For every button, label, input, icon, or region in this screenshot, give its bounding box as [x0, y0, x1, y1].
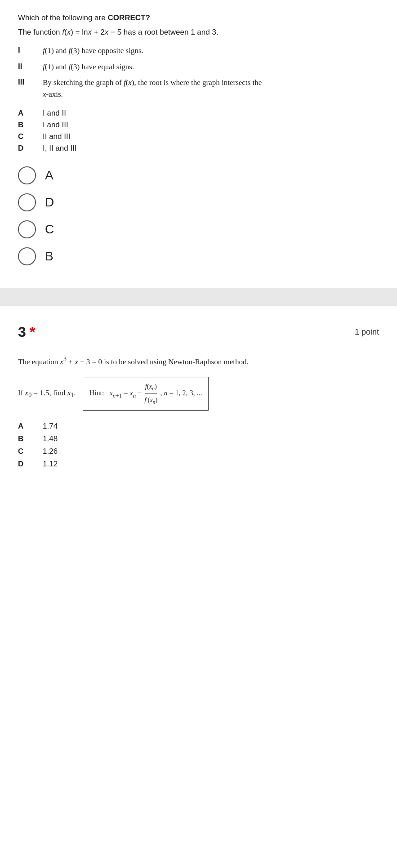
option-letter-D: D	[18, 144, 43, 153]
statements-block: I f(1) and f(3) have opposite signs. II …	[18, 45, 379, 100]
q3-option-value-A: 1.74	[43, 422, 58, 431]
premise-text: The function f(x) = lnx + 2x − 5 has a r…	[18, 28, 379, 37]
option-A: A I and II	[18, 109, 379, 118]
stmt-label-II: II	[18, 61, 43, 71]
q3-option-letter-C: C	[18, 447, 43, 456]
q3-option-B: B 1.48	[18, 434, 379, 443]
radio-A[interactable]	[18, 166, 36, 184]
q3-number: 3 *	[18, 324, 35, 340]
q3-header-row: 3 * 1 point	[18, 324, 379, 340]
answer-row-D[interactable]: D	[18, 193, 379, 211]
option-text-A: I and II	[43, 109, 66, 118]
question-3-block: 3 * 1 point The equation x3 + x − 3 = 0 …	[0, 310, 397, 486]
statement-III: III By sketching the graph of f(x), the …	[18, 77, 379, 100]
answer-row-A[interactable]: A	[18, 166, 379, 184]
options-block: A I and II B I and III C II and III D I,…	[18, 109, 379, 153]
q3-if-text: If x0 = 1.5, find x1.	[18, 389, 76, 399]
q3-options-block: A 1.74 B 1.48 C 1.26 D 1.12	[18, 422, 379, 469]
option-D: D I, II and III	[18, 144, 379, 153]
answer-row-C[interactable]: C	[18, 220, 379, 238]
option-C: C II and III	[18, 132, 379, 141]
answer-label-D: D	[45, 195, 54, 210]
q3-num-text: 3	[18, 324, 26, 340]
option-letter-B: B	[18, 121, 43, 130]
header-text: Which of the following are	[18, 13, 107, 22]
statement-I: I f(1) and f(3) have opposite signs.	[18, 45, 379, 57]
radio-D[interactable]	[18, 193, 36, 211]
option-B: B I and III	[18, 121, 379, 130]
q3-question-text: The equation x3 + x − 3 = 0 is to be sol…	[18, 354, 379, 368]
q3-option-letter-D: D	[18, 460, 43, 469]
stmt-text-I: f(1) and f(3) have opposite signs.	[43, 45, 143, 57]
q3-option-value-C: 1.26	[43, 447, 58, 456]
q3-asterisk: *	[30, 324, 35, 340]
stmt-label-III: III	[18, 77, 43, 87]
option-text-B: I and III	[43, 121, 68, 130]
answer-label-A: A	[45, 168, 54, 183]
question-2-block: Which of the following are CORRECT? The …	[0, 0, 397, 283]
stmt-text-III: By sketching the graph of f(x), the root…	[43, 77, 262, 100]
answer-choices: A D C B	[18, 166, 379, 265]
q3-option-value-D: 1.12	[43, 460, 58, 469]
stmt-label-I: I	[18, 45, 43, 55]
q3-hint-row: If x0 = 1.5, find x1. Hint: xn+1 = xn − …	[18, 377, 379, 411]
hint-box: Hint: xn+1 = xn − f(xn) f′(xn) , n = 1, …	[83, 377, 209, 411]
option-text-C: II and III	[43, 132, 70, 141]
q3-option-letter-B: B	[18, 434, 43, 443]
radio-C[interactable]	[18, 220, 36, 238]
answer-label-B: B	[45, 249, 54, 264]
q3-option-C: C 1.26	[18, 447, 379, 456]
option-text-D: I, II and III	[43, 144, 77, 153]
q3-option-letter-A: A	[18, 422, 43, 431]
stmt-text-II: f(1) and f(3) have equal signs.	[43, 61, 134, 73]
option-letter-A: A	[18, 109, 43, 118]
q3-option-value-B: 1.48	[43, 434, 58, 443]
section-divider	[0, 288, 397, 306]
statement-II: II f(1) and f(3) have equal signs.	[18, 61, 379, 73]
q3-option-D: D 1.12	[18, 460, 379, 469]
answer-label-C: C	[45, 222, 54, 237]
answer-row-B[interactable]: B	[18, 247, 379, 265]
header-bold: CORRECT?	[107, 13, 150, 22]
radio-B[interactable]	[18, 247, 36, 265]
q3-option-A: A 1.74	[18, 422, 379, 431]
q3-points: 1 point	[355, 327, 379, 337]
option-letter-C: C	[18, 132, 43, 141]
question-header: Which of the following are CORRECT?	[18, 13, 379, 22]
